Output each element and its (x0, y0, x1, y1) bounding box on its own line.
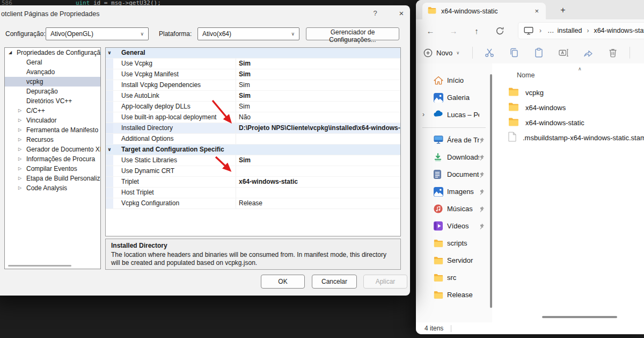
refresh-icon[interactable] (493, 23, 507, 38)
grid-property-row[interactable]: App-locally deploy DLLsSim (106, 102, 400, 112)
tree-collapsed-icon[interactable]: ▷ (18, 116, 21, 125)
apply-button[interactable]: Aplicar (363, 275, 407, 289)
grid-property-row[interactable]: Tripletx64-windows-static (106, 177, 400, 188)
breadcrumb-item[interactable]: x64-windows-static (592, 27, 644, 34)
tree-item[interactable]: ▷Ferramenta de Manifesto (5, 125, 100, 135)
grid-property-row[interactable]: Additional Options (106, 134, 400, 145)
grid-property-row[interactable]: Vcpkg ConfigurationRelease (106, 198, 400, 209)
grid-property-row[interactable]: Use Dynamic CRT (106, 166, 400, 177)
property-value[interactable]: Release (236, 198, 400, 208)
tree-item[interactable]: vcpkg (5, 77, 100, 87)
configuration-dropdown[interactable]: Ativo(OpenGL) ∨ (46, 27, 149, 40)
section-chevron-icon[interactable]: ∨ (106, 145, 113, 155)
up-button[interactable]: ↑ (470, 23, 484, 38)
platform-dropdown[interactable]: Ativo(x64) ∨ (197, 27, 299, 40)
sidebar-item[interactable]: Downloads (416, 149, 492, 166)
tree-item[interactable]: ▷Etapa de Build Personalizada (5, 174, 100, 183)
file-row[interactable]: x64-windows-static (492, 115, 644, 130)
property-value[interactable]: Sim (236, 59, 400, 69)
sidebar-item[interactable]: Release (416, 286, 492, 304)
grid-property-row[interactable]: Use VcpkgSim (106, 59, 400, 69)
file-row[interactable]: .msbuildstamp-x64-windows-static.stamp (492, 130, 644, 145)
column-sort-caret-icon[interactable]: ∧ (578, 66, 582, 71)
breadcrumb-item[interactable]: installed (557, 27, 583, 34)
new-tab-button[interactable]: + (557, 4, 569, 17)
property-value[interactable] (236, 134, 400, 144)
property-value[interactable]: Sim (236, 69, 400, 80)
property-value[interactable]: D:\Projeto NPS\Cliente\vcpkg\installed\x… (236, 123, 400, 133)
paste-icon[interactable] (532, 46, 546, 60)
back-button[interactable]: ← (423, 23, 437, 38)
sidebar-item[interactable]: Galeria (416, 89, 492, 106)
new-button[interactable]: Novo ∨ (423, 48, 459, 57)
tree-item[interactable]: ▷Code Analysis (5, 183, 100, 193)
sidebar-item[interactable]: Documentos (416, 166, 492, 183)
file-row[interactable]: vcpkg (492, 85, 644, 100)
tree-item[interactable]: Depuração (5, 87, 100, 96)
file-row[interactable]: x64-windows (492, 100, 644, 115)
tree-item[interactable]: Geral (5, 57, 100, 67)
grid-property-row[interactable]: Installed DirectoryD:\Projeto NPS\Client… (106, 123, 400, 134)
tree-item[interactable]: Avançado (5, 67, 100, 77)
tree-collapsed-icon[interactable]: ▷ (18, 154, 21, 164)
tree-collapsed-icon[interactable]: ▷ (18, 174, 21, 183)
tree-item[interactable]: ▷Compilar Eventos (5, 164, 100, 174)
property-value[interactable]: Sim (236, 80, 400, 90)
cut-icon[interactable] (482, 46, 496, 60)
tree-item[interactable]: ▷Vinculador (5, 116, 100, 125)
property-value[interactable]: Sim (236, 155, 400, 166)
tree-root-item[interactable]: ◢ Propriedades de Configuração (5, 48, 100, 57)
column-header-name[interactable]: Nome (517, 71, 535, 79)
grid-property-row[interactable]: Use AutoLinkSim (106, 91, 400, 102)
share-icon[interactable] (581, 46, 595, 60)
copy-icon[interactable] (507, 46, 521, 60)
address-bar[interactable]: ›…installed›x64-windows-static (518, 22, 644, 39)
rename-icon[interactable] (557, 46, 570, 60)
tree-item[interactable]: ▷Gerador de Documento XML (5, 145, 100, 154)
sidebar-item[interactable]: Servidor (416, 252, 492, 269)
explorer-tab[interactable]: x64-windows-static × (422, 3, 546, 19)
grid-property-row[interactable]: Use built-in app-local deploymentNão (106, 112, 400, 123)
grid-section-row[interactable]: ∨Target and Configuration Specific (106, 145, 400, 155)
close-icon[interactable]: × (396, 9, 407, 18)
sidebar-item[interactable]: Início (416, 72, 492, 89)
property-value[interactable] (236, 166, 400, 176)
tree-collapsed-icon[interactable]: ▷ (18, 125, 21, 135)
tree-item[interactable]: ▷Informações de Procura (5, 154, 100, 164)
delete-icon[interactable] (606, 46, 620, 60)
chevron-right-icon[interactable]: › (422, 111, 425, 118)
tree-collapsed-icon[interactable]: ▷ (18, 164, 21, 174)
tab-close-icon[interactable]: × (533, 7, 540, 15)
tree-collapsed-icon[interactable]: ▷ (18, 135, 21, 145)
grid-property-row[interactable]: Install Vcpkg DependenciesSim (106, 80, 400, 91)
configuration-manager-button[interactable]: Gerenciador de Configurações... (306, 27, 399, 40)
tree-item[interactable]: ▷C/C++ (5, 106, 100, 116)
tree-collapsed-icon[interactable]: ▷ (18, 145, 21, 154)
tree-item[interactable]: Diretórios VC++ (5, 96, 100, 106)
sidebar-item[interactable]: ›Lucas – Pessoal (416, 106, 492, 124)
sort-icon[interactable]: ↑↓ (640, 46, 644, 60)
help-icon[interactable]: ? (370, 9, 380, 17)
cancel-button[interactable]: Cancelar (312, 275, 357, 289)
breadcrumb-overflow[interactable]: … (545, 27, 557, 34)
sidebar-item[interactable]: Imagens (416, 183, 492, 200)
sidebar-item[interactable]: src (416, 269, 492, 286)
property-value[interactable]: Não (236, 112, 400, 123)
horizontal-scrollbar[interactable] (542, 316, 617, 318)
section-chevron-icon[interactable]: ∨ (106, 48, 113, 58)
tree-expanded-icon[interactable]: ◢ (9, 48, 12, 57)
property-value[interactable]: Sim (236, 102, 400, 112)
property-value[interactable] (236, 188, 400, 198)
grid-section-row[interactable]: ∨General (106, 48, 400, 59)
property-value[interactable]: x64-windows-static (236, 177, 400, 187)
tree-collapsed-icon[interactable]: ▷ (18, 183, 21, 193)
grid-property-row[interactable]: Use Static LibrariesSim (106, 155, 400, 166)
tree-collapsed-icon[interactable]: ▷ (18, 106, 21, 116)
sidebar-item[interactable]: Músicas (416, 200, 492, 218)
property-value[interactable]: Sim (236, 91, 400, 101)
grid-property-row[interactable]: Use Vcpkg ManifestSim (106, 69, 400, 80)
grid-property-row[interactable]: Host Triplet (106, 188, 400, 198)
sidebar-item[interactable]: Vídeos (416, 218, 492, 235)
sidebar-item[interactable]: Área de Trab (416, 132, 492, 149)
sidebar-item[interactable]: scripts (416, 235, 492, 252)
